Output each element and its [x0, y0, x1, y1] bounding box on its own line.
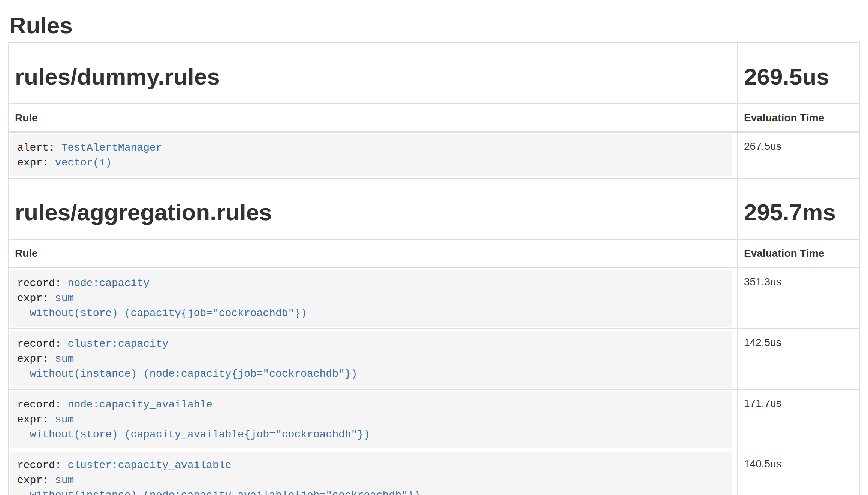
rule-group-file-title: rules/aggregation.rules [15, 200, 731, 225]
rule-name-link[interactable]: TestAlertManager [61, 142, 162, 154]
rule-group-eval-cell: 269.5us [738, 43, 859, 104]
rule-kind-label: record: [17, 459, 67, 471]
rule-cell: record: cluster:capacity_available expr:… [9, 450, 738, 495]
rule-group-evaluation-time: 269.5us [744, 64, 853, 89]
rule-evaluation-time: 142.5us [738, 329, 859, 389]
rule-group-header-row: rules/dummy.rules269.5us [9, 43, 859, 104]
rule-group-file-cell: rules/aggregation.rules [9, 178, 738, 239]
rule-evaluation-time: 267.5us [738, 132, 859, 178]
rule-expr-label: expr: [17, 474, 55, 486]
rule-group-header-row: rules/aggregation.rules295.7ms [9, 178, 859, 239]
rule-expr-link[interactable]: sum without(instance) (node:capacity_ava… [17, 474, 420, 495]
rule-definition: alert: TestAlertManager expr: vector(1) [10, 134, 732, 176]
rule-kind-label: record: [17, 399, 67, 410]
rule-kind-label: record: [17, 277, 67, 289]
rule-cell: record: cluster:capacity expr: sum witho… [9, 329, 738, 389]
rule-cell: record: node:capacity expr: sum without(… [9, 268, 738, 329]
column-header-rule: Rule [9, 104, 738, 132]
rule-kind-label: record: [17, 338, 67, 350]
rule-expr-label: expr: [17, 292, 55, 304]
rule-row: record: cluster:capacity_available expr:… [9, 450, 859, 495]
rule-group-file-cell: rules/dummy.rules [9, 43, 738, 104]
rule-row: record: cluster:capacity expr: sum witho… [9, 329, 859, 389]
rule-expr-label: expr: [17, 157, 55, 168]
rules-table: rules/dummy.rules269.5usRuleEvaluation T… [8, 42, 860, 495]
column-header-row: RuleEvaluation Time [9, 239, 859, 268]
rule-cell: alert: TestAlertManager expr: vector(1) [9, 132, 738, 178]
rule-group-evaluation-time: 295.7ms [744, 200, 853, 225]
rule-name-link[interactable]: node:capacity [67, 277, 149, 289]
rule-row: alert: TestAlertManager expr: vector(1)2… [9, 132, 859, 178]
rule-group-file-title: rules/dummy.rules [15, 64, 731, 89]
rule-expr-link[interactable]: vector(1) [55, 157, 112, 168]
rule-evaluation-time: 351.3us [738, 268, 859, 329]
column-header-evaluation-time: Evaluation Time [738, 104, 859, 132]
page-title: Rules [9, 13, 860, 38]
rule-expr-label: expr: [17, 353, 55, 365]
rule-expr-link[interactable]: sum without(store) (capacity{job="cockro… [17, 292, 307, 319]
rule-evaluation-time: 171.7us [738, 389, 859, 450]
rule-expr-link[interactable]: sum without(instance) (node:capacity{job… [17, 353, 357, 380]
rule-row: record: node:capacity expr: sum without(… [9, 268, 859, 329]
rule-group-eval-cell: 295.7ms [738, 178, 859, 239]
rule-expr-link[interactable]: sum without(store) (capacity_available{j… [17, 414, 370, 440]
rule-evaluation-time: 140.5us [738, 450, 859, 495]
rule-definition: record: cluster:capacity expr: sum witho… [10, 331, 732, 388]
column-header-row: RuleEvaluation Time [9, 104, 859, 132]
column-header-rule: Rule [9, 239, 738, 268]
rule-cell: record: node:capacity_available expr: su… [9, 389, 738, 450]
rule-definition: record: cluster:capacity_available expr:… [10, 452, 732, 495]
rule-definition: record: node:capacity expr: sum without(… [10, 270, 732, 327]
rule-name-link[interactable]: cluster:capacity [67, 338, 168, 350]
rule-name-link[interactable]: node:capacity_available [67, 399, 212, 410]
rule-kind-label: alert: [17, 142, 61, 154]
rule-row: record: node:capacity_available expr: su… [9, 389, 859, 450]
rule-definition: record: node:capacity_available expr: su… [10, 391, 732, 448]
column-header-evaluation-time: Evaluation Time [738, 239, 859, 268]
rule-expr-label: expr: [17, 414, 55, 425]
rule-name-link[interactable]: cluster:capacity_available [67, 459, 231, 471]
